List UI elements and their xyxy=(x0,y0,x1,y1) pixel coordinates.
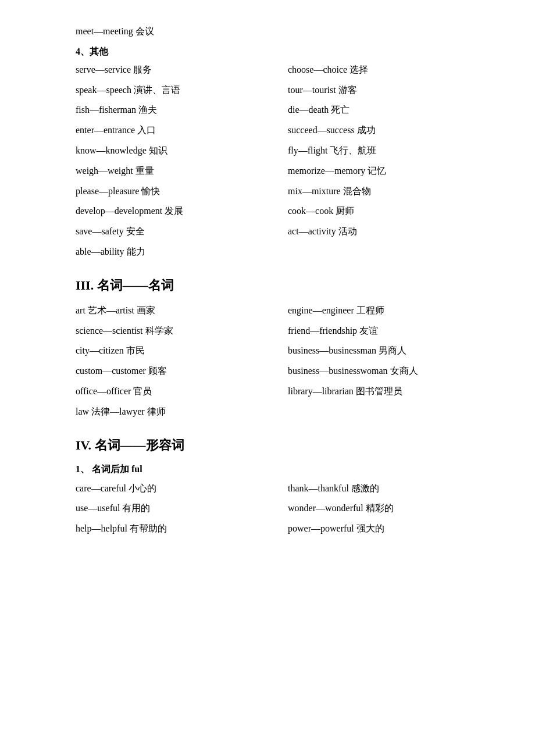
s3-right-1: friend—friendship 友谊 xyxy=(288,323,488,340)
s4-left-7: develop—development 发展 xyxy=(76,203,276,220)
s3-right-0: engine—engineer 工程师 xyxy=(288,302,488,319)
s3-left-1: science—scientist 科学家 xyxy=(76,323,276,340)
section4-title: 4、其他 xyxy=(76,46,488,58)
s4-left-5: weigh—weight 重量 xyxy=(76,163,276,180)
s3-left-0: art 艺术—artist 画家 xyxy=(76,302,276,319)
s4-right-4: fly—flight 飞行、航班 xyxy=(288,142,488,159)
s3-left-5: law 法律—lawyer 律师 xyxy=(76,404,276,420)
s3-left-4: office—officer 官员 xyxy=(76,383,276,400)
s4a-left-1: use—useful 有用的 xyxy=(76,500,276,517)
section4-grid: serve—service 服务 choose—choice 选择 speak—… xyxy=(76,62,488,261)
s4-left-3: enter—entrance 入口 xyxy=(76,122,276,139)
s4-right-7: cook—cook 厨师 xyxy=(288,203,488,220)
s4-left-9: able—ability 能力 xyxy=(76,244,276,261)
s4-right-5: memorize—memory 记忆 xyxy=(288,163,488,180)
sectionIV-sub1-title: 1、 名词后加 ful xyxy=(76,463,488,476)
intro-meet-meeting: meet—meeting 会议 xyxy=(76,23,488,40)
s4-left-1: speak—speech 演讲、言语 xyxy=(76,82,276,99)
s4-right-8: act—activity 活动 xyxy=(288,223,488,240)
s4a-left-0: care—careful 小心的 xyxy=(76,480,276,497)
s4-right-1: tour—tourist 游客 xyxy=(288,82,488,99)
s4a-right-1: wonder—wonderful 精彩的 xyxy=(288,500,488,517)
s4-right-9 xyxy=(288,244,488,261)
s4-right-6: mix—mixture 混合物 xyxy=(288,183,488,200)
s4a-left-2: help—helpful 有帮助的 xyxy=(76,520,276,537)
s4a-right-2: power—powerful 强大的 xyxy=(288,520,488,537)
s4-left-0: serve—service 服务 xyxy=(76,62,276,79)
s4-left-4: know—knowledge 知识 xyxy=(76,142,276,159)
s3-right-2: business—businessman 男商人 xyxy=(288,343,488,359)
sectionIV-title: IV. 名词——形容词 xyxy=(76,437,488,454)
s3-right-4: library—librarian 图书管理员 xyxy=(288,383,488,400)
s4-right-3: succeed—success 成功 xyxy=(288,122,488,139)
s3-left-2: city—citizen 市民 xyxy=(76,343,276,359)
s4-right-2: die—death 死亡 xyxy=(288,102,488,119)
s4a-right-0: thank—thankful 感激的 xyxy=(288,480,488,497)
sectionIV-sub1-grid: care—careful 小心的 thank—thankful 感激的 use—… xyxy=(76,480,488,537)
sectionIII-title: III. 名词——名词 xyxy=(76,277,488,294)
s4-left-8: save—safety 安全 xyxy=(76,223,276,240)
sectionIII-grid: art 艺术—artist 画家 engine—engineer 工程师 sci… xyxy=(76,302,488,420)
s4-left-2: fish—fisherman 渔夫 xyxy=(76,102,276,119)
s4-left-6: please—pleasure 愉快 xyxy=(76,183,276,200)
s3-left-3: custom—customer 顾客 xyxy=(76,363,276,380)
s3-right-5 xyxy=(288,404,488,420)
s4-right-0: choose—choice 选择 xyxy=(288,62,488,79)
s3-right-3: business—businesswoman 女商人 xyxy=(288,363,488,380)
